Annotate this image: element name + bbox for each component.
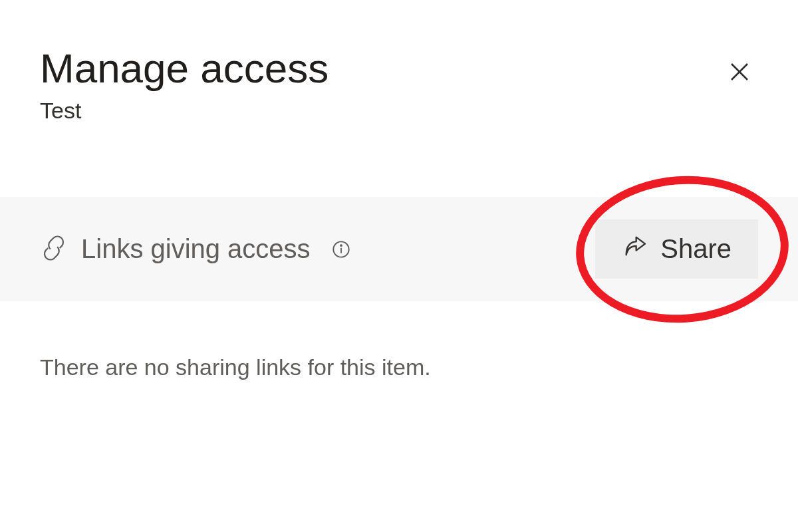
links-section-left: Links giving access <box>40 234 350 265</box>
link-icon <box>40 234 68 265</box>
empty-state-message: There are no sharing links for this item… <box>0 301 798 380</box>
links-section-bar: Links giving access Share <box>0 197 798 301</box>
panel-header: Manage access Test <box>0 0 798 150</box>
share-button-label: Share <box>660 234 732 264</box>
links-section-title: Links giving access <box>81 234 311 264</box>
info-icon[interactable] <box>332 240 350 259</box>
panel-title: Manage access <box>40 47 329 90</box>
manage-access-panel: Manage access Test Links giving access <box>0 0 798 380</box>
share-arrow-icon <box>622 233 648 265</box>
share-button[interactable]: Share <box>595 219 758 279</box>
panel-subtitle: Test <box>40 98 329 124</box>
close-button[interactable] <box>721 53 758 92</box>
title-block: Manage access Test <box>40 47 329 124</box>
close-icon <box>728 76 751 86</box>
svg-point-4 <box>340 245 342 246</box>
